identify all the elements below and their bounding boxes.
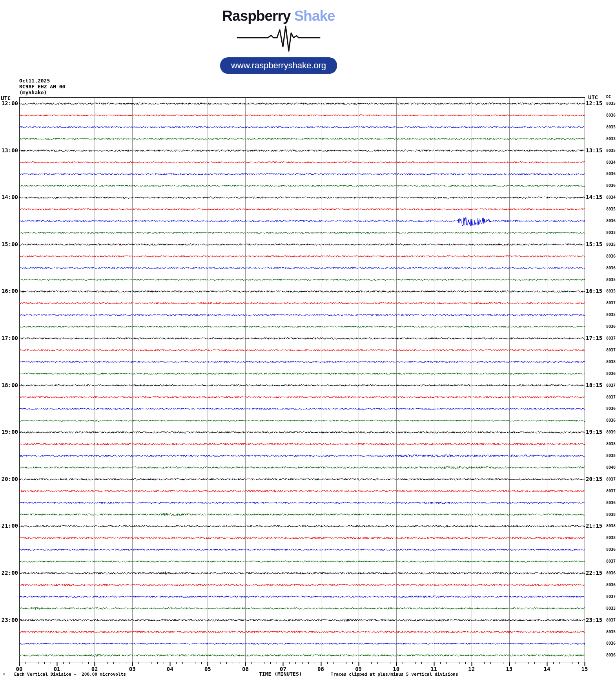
left-time-label: 20:00 (0, 476, 18, 482)
x-tick-label: 06 (237, 666, 253, 672)
dc-value: 8035 (606, 243, 616, 247)
dc-value: 8040 (606, 466, 616, 470)
dc-value: 8036 (606, 548, 616, 552)
right-time-label: 22:15 (586, 570, 602, 576)
site-header: Raspberry Shake www.raspberryshake.org (0, 0, 557, 74)
helicorder-plot (0, 0, 616, 680)
left-time-label: 18:00 (0, 382, 18, 388)
dc-value: 8038 (606, 442, 616, 446)
dc-value: 8037 (606, 595, 616, 599)
dc-value: 8037 (606, 301, 616, 305)
dc-value: 8036 (606, 266, 616, 270)
x-tick-label: 13 (501, 666, 517, 672)
x-tick-label: 02 (87, 666, 102, 672)
dc-value: 8036 (606, 172, 616, 176)
right-time-label: 15:15 (586, 241, 602, 247)
dc-value: 8037 (606, 477, 616, 481)
dc-header: DC (606, 95, 611, 99)
dc-value: 8037 (606, 559, 616, 563)
dc-value: 8036 (606, 501, 616, 505)
right-time-label: 16:15 (586, 288, 602, 294)
right-time-label: 18:15 (586, 382, 602, 388)
x-tick-label: 08 (313, 666, 329, 672)
left-time-label: 21:00 (0, 523, 18, 528)
dc-value: 8036 (606, 254, 616, 258)
left-time-label: 15:00 (0, 241, 18, 247)
dc-value: 8034 (606, 196, 616, 199)
right-time-label: 19:15 (586, 429, 602, 435)
right-time-label: 12:15 (586, 101, 602, 106)
left-time-label: 23:00 (0, 617, 18, 623)
footer-clip-note: Traces clipped at plus/minus 5 vertical … (331, 672, 458, 677)
dc-value: 8033 (606, 137, 616, 141)
right-time-label: 21:15 (586, 523, 602, 528)
dc-value: 8037 (606, 336, 616, 340)
x-tick-label: 12 (464, 666, 479, 672)
dc-value: 8038 (606, 454, 616, 458)
right-time-label: 17:15 (586, 335, 602, 341)
footer-mark: M (4, 673, 5, 676)
dc-value: 8037 (606, 348, 616, 352)
x-tick-label: 04 (162, 666, 178, 672)
right-time-label: 23:15 (586, 617, 602, 623)
x-tick-label: 01 (49, 666, 65, 672)
dc-value: 8036 (606, 372, 616, 376)
left-time-label: 12:00 (0, 101, 18, 106)
dc-value: 8034 (606, 161, 616, 165)
dc-value: 8036 (606, 571, 616, 575)
left-time-label: 16:00 (0, 288, 18, 294)
dc-value: 8035 (606, 102, 616, 106)
dc-value: 8033 (606, 607, 616, 611)
raspberry-shake-logo: Raspberry Shake (0, 8, 557, 24)
right-time-label: 20:15 (586, 476, 602, 482)
seismic-wave-icon (0, 25, 557, 53)
left-time-label: 19:00 (0, 429, 18, 435)
dc-value: 8036 (606, 419, 616, 422)
x-tick-label: 09 (351, 666, 366, 672)
footer-scale-note: Each Vertical Division = 200.00 microvol… (14, 672, 126, 677)
x-tick-label: 03 (124, 666, 140, 672)
x-tick-label: 10 (388, 666, 404, 672)
left-time-label: 14:00 (0, 194, 18, 200)
dc-value: 8035 (606, 630, 616, 634)
dc-value: 8038 (606, 524, 616, 528)
dc-value: 8036 (606, 325, 616, 329)
x-tick-label: 05 (200, 666, 215, 672)
dc-value: 8036 (606, 642, 616, 645)
dc-value: 8035 (606, 313, 616, 317)
left-time-label: 13:00 (0, 148, 18, 153)
logo-text-raspberry: Raspberry (222, 8, 290, 24)
dc-value: 8035 (606, 125, 616, 129)
dc-value: 8036 (606, 583, 616, 587)
dc-value: 8035 (606, 278, 616, 282)
dc-value: 8038 (606, 360, 616, 364)
left-time-label: 22:00 (0, 570, 18, 576)
page: Raspberry Shake www.raspberryshake.org O… (0, 0, 616, 680)
x-tick-label: 14 (539, 666, 555, 672)
x-tick-label: 15 (577, 666, 592, 672)
station-date: Oct11,2025 (19, 78, 50, 84)
dc-value: 8038 (606, 536, 616, 540)
dc-value: 8039 (606, 430, 616, 434)
dc-value: 8035 (606, 207, 616, 211)
logo-text-shake: Shake (294, 8, 335, 24)
website-link-button[interactable]: www.raspberryshake.org (220, 57, 337, 74)
dc-value: 8036 (606, 113, 616, 117)
utc-header-right: UTC (588, 95, 598, 100)
dc-value: 8037 (606, 618, 616, 622)
dc-value: 8035 (606, 149, 616, 153)
dc-value: 8036 (606, 184, 616, 188)
right-time-label: 14:15 (586, 194, 602, 200)
left-time-label: 17:00 (0, 335, 18, 341)
x-tick-label: 11 (426, 666, 442, 672)
dc-value: 8037 (606, 384, 616, 388)
dc-value: 8036 (606, 407, 616, 411)
dc-value: 8036 (606, 653, 616, 657)
x-tick-label: 00 (11, 666, 27, 672)
dc-value: 8033 (606, 231, 616, 235)
dc-value: 8037 (606, 489, 616, 493)
x-axis-title: TIME (MINUTES) (259, 671, 302, 677)
dc-value: 8036 (606, 219, 616, 223)
station-id: RC98F EHZ AM 00 (19, 84, 65, 90)
dc-value: 8035 (606, 289, 616, 293)
